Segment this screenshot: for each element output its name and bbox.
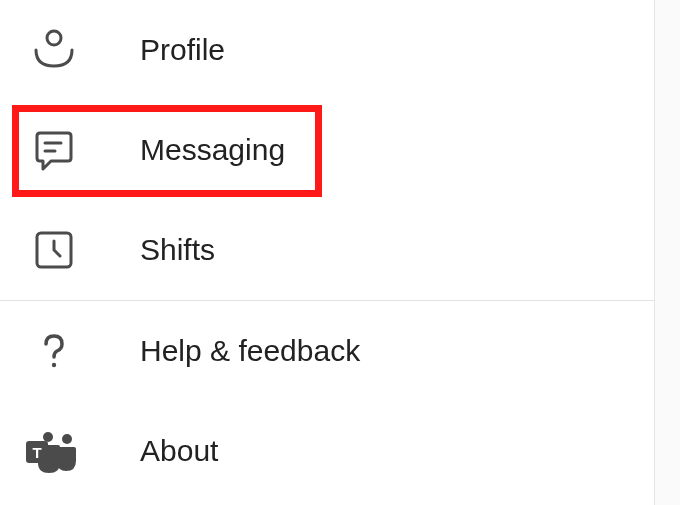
- menu-item-about[interactable]: T About: [0, 401, 680, 501]
- scrollbar-track[interactable]: [654, 0, 680, 505]
- teams-icon: T: [20, 427, 88, 475]
- svg-point-4: [52, 363, 56, 367]
- chat-icon: [30, 126, 78, 174]
- menu-item-profile[interactable]: Profile: [0, 0, 680, 100]
- menu-item-shifts[interactable]: Shifts: [0, 200, 680, 300]
- menu-item-label: Messaging: [140, 133, 285, 167]
- menu-item-help[interactable]: Help & feedback: [0, 301, 680, 401]
- menu-item-messaging[interactable]: Messaging: [0, 100, 680, 200]
- menu-item-label: Profile: [140, 33, 225, 67]
- profile-icon: [30, 26, 78, 74]
- svg-point-0: [47, 31, 61, 45]
- clock-square-icon: [30, 226, 78, 274]
- menu-item-label: Help & feedback: [140, 334, 360, 368]
- settings-menu: Profile Messaging Shifts: [0, 0, 680, 505]
- menu-item-label: About: [140, 434, 218, 468]
- question-icon: [30, 327, 78, 375]
- svg-text:T: T: [32, 444, 41, 461]
- menu-item-label: Shifts: [140, 233, 215, 267]
- svg-point-6: [62, 434, 72, 444]
- svg-point-5: [43, 432, 53, 442]
